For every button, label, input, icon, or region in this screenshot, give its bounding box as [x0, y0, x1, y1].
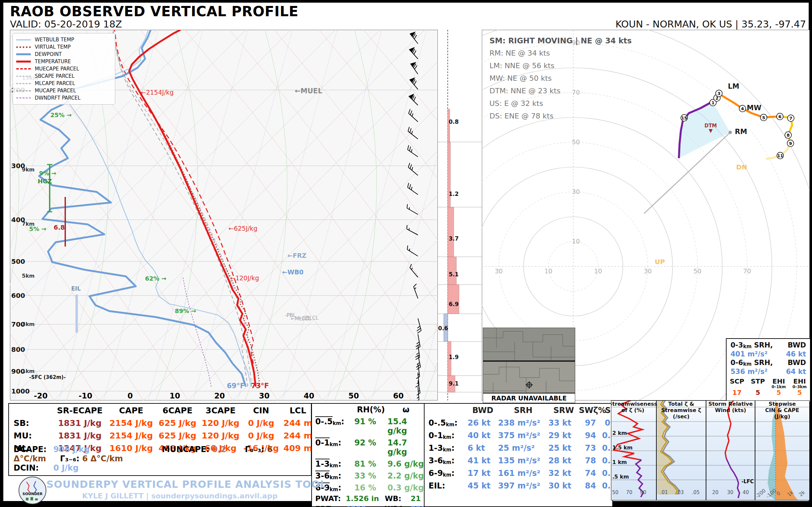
sounderpy-logo: SOUNDER — [18, 476, 46, 504]
radar-inset: RADAR UNAVAILABLE — [483, 328, 575, 403]
dcape-value: 906 J/kg — [53, 445, 89, 454]
scp-value: 17 — [726, 389, 748, 396]
srw-value: 25 kt — [548, 444, 579, 453]
col-header: ω — [388, 405, 424, 414]
srw-value: 28 kt — [548, 456, 579, 465]
rh-value: 91 % — [354, 417, 388, 436]
storm-motion-line: MW: NE @ 50 kts — [490, 72, 631, 85]
eil-annotation: EIL — [71, 285, 81, 292]
ring-label: 10 — [594, 267, 602, 275]
ring-label: 70 — [743, 267, 751, 275]
km-marker: 11 — [777, 153, 783, 158]
histogram-bar — [448, 257, 456, 285]
dwndrft-swatch — [16, 98, 31, 98]
km-marker: 3 — [717, 91, 720, 96]
swp-value: 78 — [579, 456, 602, 465]
temperature-swatch — [16, 61, 31, 63]
panel-title: of ζ (%) — [621, 407, 644, 413]
pressure-tick: 500 — [11, 258, 25, 266]
row-label: SB: — [13, 418, 53, 428]
muel-annotation: ←MUEL — [295, 87, 322, 95]
storm-motion-line: US: E @ 32 kts — [490, 97, 631, 110]
row-label: 1-3km: — [428, 444, 468, 453]
dcin-value: 0 J/kg — [53, 463, 79, 472]
lfc-marker-label: -LFC — [742, 478, 754, 485]
cell: 1831 J/kg — [53, 431, 106, 441]
rm-dot — [728, 131, 732, 134]
legend-label: MUECAPE PARCEL — [35, 66, 79, 72]
bwd-header: BWD — [788, 359, 806, 367]
storm-motion-block: SM: RIGHT MOVING | NE @ 34 kts RM: NE @ … — [490, 35, 631, 122]
histogram-bar — [448, 142, 450, 207]
ehi1-header: EHI0–1km — [768, 377, 789, 389]
ring-label: 50 — [572, 138, 580, 146]
cell: 2154 J/kg — [106, 431, 156, 441]
temp-tick: 60 — [393, 392, 404, 400]
temp-tick: 50 — [348, 392, 359, 400]
col-header: CAPE — [106, 406, 156, 415]
bwd-value: 40 kt — [468, 431, 498, 440]
storm-motion-line: RM: NE @ 34 kts — [490, 47, 631, 60]
wetbulb-swatch — [16, 39, 31, 40]
w-value: 14.7 g/kg — [388, 438, 424, 457]
x-tick: 40 — [743, 490, 749, 495]
rh-annotation: 9% → — [39, 170, 56, 177]
logo-art — [19, 477, 46, 504]
col-header: SRH — [498, 406, 548, 415]
dewpoint-swatch — [16, 53, 31, 55]
pressure-tick: 600 — [11, 291, 25, 299]
dcin-label: DCIN: — [13, 463, 51, 472]
row-label: 3-6km: — [428, 456, 468, 465]
frz-label: FRZ: — [315, 505, 346, 507]
sfc-temp-label: 73°F — [251, 382, 269, 390]
x-tick: .01 — [660, 490, 668, 495]
storm-motion-line: DTM: NNE @ 23 kts — [490, 85, 631, 97]
thermo-table: SR-ECAPE CAPE 6CAPE 3CAPE CIN LCL SB: 18… — [8, 403, 312, 476]
panel-title: Total ζ & — [668, 401, 694, 407]
radar-caption: RADAR UNAVAILABLE — [483, 393, 575, 403]
bwd-header: BWD — [788, 341, 806, 349]
cell: 120 J/kg — [199, 431, 242, 441]
wb0-annotation: ←WB0 — [282, 268, 304, 276]
w-value: 15.4 g/kg — [388, 417, 424, 436]
col-header: SRW — [548, 406, 579, 415]
km-label: 3km — [22, 321, 35, 327]
stp-header: STP — [748, 377, 768, 389]
row-label: 0-.5km: — [315, 417, 354, 436]
panel-title: Streamwise ζ — [661, 407, 701, 413]
dn-label: DN — [736, 163, 747, 171]
dcape-label: DCAPE: — [13, 445, 51, 454]
swp-value: 73 — [579, 444, 602, 453]
rh-annotation: 89% → — [175, 307, 196, 315]
rh-value: 92 % — [354, 438, 388, 457]
sounderpy-figure: RAOB OBSERVED VERTICAL PROFILE VALID: 05… — [0, 0, 812, 507]
rm-label: RM — [735, 128, 747, 136]
histogram-value: 9.1 — [449, 380, 459, 387]
panel-title: Streamwiseness — [611, 401, 657, 407]
histogram-bar — [448, 207, 454, 257]
col-header: SR-ECAPE — [53, 406, 106, 415]
histogram-bar — [448, 109, 450, 142]
layer-histogram: 0.8 1.2 3.7 5.1 6.9 0.6 1.9 9.1 — [438, 30, 482, 400]
srh-value: 25 m²/s² — [498, 444, 548, 453]
x-tick: 20 — [712, 490, 718, 495]
ehi3-value: 5 — [789, 389, 810, 396]
pressure-tick: 800 — [11, 345, 25, 353]
x-tick: 70 — [626, 490, 632, 495]
valid-time: VALID: 05-20-2019 18Z — [10, 18, 122, 30]
bwd-0-6-value: 64 kt — [786, 368, 806, 376]
col-header: 3CAPE — [199, 406, 242, 415]
temp-tick: 40 — [304, 392, 314, 400]
brand-credit: KYLE J GILLETT | sounderpysoundings.anvi… — [82, 492, 277, 500]
wb-label: WB: — [385, 494, 411, 503]
bwd-value: 41 kt — [468, 456, 498, 465]
km-marker: 6 — [778, 114, 781, 119]
srh-indices-box: 0-3km SRH, BWD 401 m²/s² 46 kt 0-6km SRH… — [726, 338, 811, 402]
km-marker: 7 — [789, 116, 792, 121]
ring-label: 30 — [495, 267, 503, 275]
moisture-table: RH(%) ω 0-.5km: 91 % 15.4 g/kg 0-1km: 92… — [311, 403, 424, 507]
up-label: UP — [655, 258, 665, 266]
swp-value: 97 — [579, 418, 602, 428]
dtm-label: DTM — [704, 123, 717, 129]
cell: 2154 J/kg — [106, 418, 156, 428]
